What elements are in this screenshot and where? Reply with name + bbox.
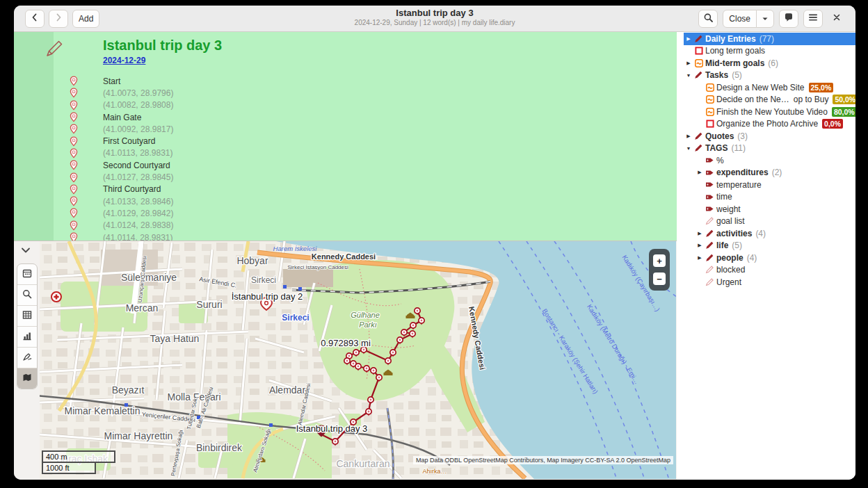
sidebar-item[interactable]: Design a New Web Site25,0% xyxy=(684,81,855,94)
sidebar-item-label: goal list xyxy=(716,216,745,226)
expander-expanded-icon[interactable]: ▼ xyxy=(684,73,693,78)
map-label-binbirdirek: Binbirdirek xyxy=(196,442,243,453)
sidebar-item[interactable]: Organize the Photo Archive0,0% xyxy=(684,118,855,131)
sidebar-item[interactable]: time xyxy=(684,191,855,204)
entry-coordinates: (41.0113, 28.9831) xyxy=(103,148,173,158)
sidebar-item[interactable]: Decide on the Ne… op to Buy50,0% xyxy=(684,94,855,106)
sidebar-item[interactable]: ▶activities(4) xyxy=(684,227,855,240)
entry-row[interactable]: Third Courtyard xyxy=(14,184,677,195)
close-x-icon xyxy=(833,13,841,24)
entry-row[interactable]: (41.0092, 28.9817) xyxy=(14,123,677,135)
tag-icon xyxy=(705,193,715,201)
entry-row[interactable]: Main Gate xyxy=(14,111,677,123)
map-pin-icon xyxy=(70,100,78,111)
search-button[interactable] xyxy=(698,10,718,28)
entry-row[interactable]: Start xyxy=(14,75,677,87)
sidebar-item[interactable]: Finish the New Youtube Video80,0% xyxy=(684,106,855,118)
entry-row[interactable]: (41.0129, 28.9842) xyxy=(14,207,677,219)
annotation-button[interactable] xyxy=(779,10,798,28)
zoom-out-button[interactable]: − xyxy=(653,273,666,285)
pencil-icon xyxy=(693,71,704,79)
expander-collapsed-icon[interactable]: ▶ xyxy=(684,60,693,66)
tag-icon xyxy=(705,181,715,188)
map-label-gulhane-2: Parkı xyxy=(359,320,377,329)
expander-collapsed-icon[interactable]: ▶ xyxy=(695,243,705,248)
map-label-sirkeci-station: Sirkeci xyxy=(282,313,309,323)
sidebar-item[interactable]: % xyxy=(684,154,855,167)
diary-editor[interactable]: Istanbul trip day 3 2024-12-29 Start(41.… xyxy=(14,32,677,241)
entry-row[interactable]: (41.0133, 28.9846) xyxy=(14,195,677,207)
sidebar-item-label: Daily Entries xyxy=(705,34,756,44)
pencil-icon xyxy=(705,229,715,238)
sidebar-item[interactable]: Long term goals xyxy=(684,45,855,58)
expander-collapsed-icon[interactable]: ▶ xyxy=(695,231,705,236)
entry-row[interactable]: (41.0113, 28.9831) xyxy=(14,147,677,159)
entry-row[interactable]: (41.0082, 28.9808) xyxy=(14,99,677,111)
map-tool-button[interactable] xyxy=(17,368,37,389)
entry-row[interactable]: (41.0073, 28.9796) xyxy=(14,87,677,99)
entry-row[interactable]: First Coutyard xyxy=(14,135,677,147)
sidebar-item[interactable]: ▼TAGS(11) xyxy=(684,143,855,155)
pencil-icon xyxy=(705,254,715,262)
map-label-harem-iskelesi: Harem İskelesi xyxy=(273,245,318,252)
sidebar-tree: ▶Daily Entries(77)Long term goals▶Mid-te… xyxy=(684,32,855,480)
entry-row[interactable]: (41.0124, 28.9838) xyxy=(14,220,677,231)
expander-collapsed-icon[interactable]: ▶ xyxy=(684,133,693,139)
close-dropdown-button[interactable] xyxy=(756,10,774,28)
entry-date-link[interactable]: 2024-12-29 xyxy=(103,56,145,65)
entry-row[interactable]: Second Courtyard xyxy=(14,159,677,171)
map-label-kennedy-top: Kennedy Caddesi xyxy=(312,252,376,261)
sidebar-item[interactable]: temperature xyxy=(684,179,855,191)
map-canvas[interactable]: Süleymaniye Hobyar Sirkeci Sirkeci İstas… xyxy=(40,241,676,479)
expander-collapsed-icon[interactable]: ▶ xyxy=(695,255,705,261)
main-menu-button[interactable] xyxy=(803,10,823,28)
item-count: (77) xyxy=(760,34,774,44)
map-label-sururi: Sururi xyxy=(196,299,222,310)
sidebar-item[interactable]: ▶Mid-term goals(6) xyxy=(684,57,855,70)
map-panel: Süleymaniye Hobyar Sirkeci Sirkeci İstas… xyxy=(14,241,677,480)
sidebar-item[interactable]: goal list xyxy=(684,215,855,228)
sidebar-item[interactable]: weight xyxy=(684,203,855,215)
add-button[interactable]: Add xyxy=(72,10,99,28)
sidebar-item-label: temperature xyxy=(716,180,762,190)
forward-button[interactable] xyxy=(49,10,68,28)
pencil-outline-icon xyxy=(705,266,715,274)
entry-row[interactable]: (41.0127, 28.9845) xyxy=(14,171,677,183)
chat-bubble-icon xyxy=(783,12,794,25)
close-entry-button[interactable]: Close xyxy=(723,10,757,28)
expander-collapsed-icon[interactable]: ▶ xyxy=(695,170,705,175)
sidebar-item-label: people xyxy=(716,253,744,263)
checkbox-icon xyxy=(693,47,704,55)
map-label-mimar-hayrettin: Mimar Hayrettin xyxy=(104,430,173,441)
zoom-in-button[interactable]: + xyxy=(653,254,666,267)
pencil-outline-icon xyxy=(705,278,715,286)
search-tool-button[interactable] xyxy=(17,284,37,305)
sidebar-item[interactable]: blocked xyxy=(684,264,855,277)
draw-icon xyxy=(22,351,33,365)
map-pin-icon xyxy=(70,232,78,241)
expander-expanded-icon[interactable]: ▼ xyxy=(684,146,693,151)
back-button[interactable] xyxy=(25,10,45,28)
table-tool-button[interactable] xyxy=(17,305,37,326)
sidebar-item[interactable]: ▶life(5) xyxy=(684,240,855,252)
window-close-button[interactable] xyxy=(828,10,846,28)
draw-tool-button[interactable] xyxy=(17,347,37,368)
sidebar-item[interactable]: ▶Quotes(3) xyxy=(684,130,855,143)
item-count: (3) xyxy=(737,131,748,141)
sidebar-item-label: blocked xyxy=(716,265,745,275)
sidebar-item[interactable]: Urgent xyxy=(684,276,855,288)
map-label-mercan: Mercan xyxy=(126,302,159,314)
map-pin-icon xyxy=(70,148,78,158)
expander-collapsed-icon[interactable]: ▶ xyxy=(684,36,693,42)
progress-badge: 80,0% xyxy=(832,107,855,117)
calendar-tool-button[interactable] xyxy=(17,264,37,284)
bar-chart-tool-button[interactable] xyxy=(17,326,37,347)
sidebar-item[interactable]: ▼Tasks(5) xyxy=(684,70,855,82)
sidebar-item[interactable]: ▶Daily Entries(77) xyxy=(684,33,855,45)
panel-collapse-button[interactable] xyxy=(20,245,31,257)
entry-row[interactable]: (41.0114, 28.9831) xyxy=(14,231,677,241)
sidebar-item[interactable]: ▶expenditures(2) xyxy=(684,167,855,179)
sidebar-item-label: Decide on the Ne… op to Buy xyxy=(716,95,828,104)
sidebar-item[interactable]: ▶people(4) xyxy=(684,252,855,264)
sidebar-item-label: TAGS xyxy=(705,143,728,153)
